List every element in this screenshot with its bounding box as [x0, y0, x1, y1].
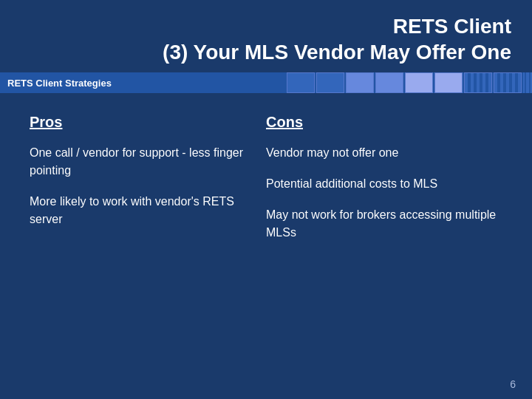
- pros-item-1: One call / vendor for support - less fin…: [30, 144, 266, 180]
- cons-body: Vendor may not offer one Potential addit…: [266, 144, 502, 242]
- block-4: [375, 72, 403, 93]
- cons-column: Cons Vendor may not offer one Potential …: [266, 114, 502, 255]
- block-10: [528, 72, 532, 93]
- pros-item-2: More likely to work with vendor's RETS s…: [30, 193, 266, 228]
- cons-item-1: Vendor may not offer one: [266, 144, 502, 162]
- cons-heading: Cons: [266, 114, 502, 131]
- header-bar-label: RETS Client Strategies: [7, 78, 112, 89]
- title-line1: RETS Client: [393, 15, 511, 38]
- page-number: 6: [510, 378, 516, 390]
- block-3: [346, 72, 374, 93]
- pros-column: Pros One call / vendor for support - les…: [30, 114, 266, 255]
- cons-item-3: May not work for brokers accessing multi…: [266, 206, 502, 242]
- block-2: [316, 72, 344, 93]
- header-blocks: [287, 72, 532, 93]
- block-6: [434, 72, 463, 93]
- block-1: [287, 72, 315, 93]
- slide: RETS Client (3) Your MLS Vendor May Offe…: [0, 0, 532, 399]
- pros-heading: Pros: [30, 114, 266, 131]
- block-7: [464, 72, 492, 93]
- block-8: [494, 72, 522, 93]
- header-bar: RETS Client Strategies: [0, 72, 532, 93]
- title-line2: (3) Your MLS Vendor May Offer One: [163, 41, 511, 64]
- title-area: RETS Client (3) Your MLS Vendor May Offe…: [0, 0, 532, 72]
- content-area: Pros One call / vendor for support - les…: [0, 93, 532, 262]
- cons-item-2: Potential additional costs to MLS: [266, 175, 502, 193]
- block-5: [405, 72, 433, 93]
- slide-title: RETS Client (3) Your MLS Vendor May Offe…: [21, 13, 511, 65]
- pros-body: One call / vendor for support - less fin…: [30, 144, 266, 228]
